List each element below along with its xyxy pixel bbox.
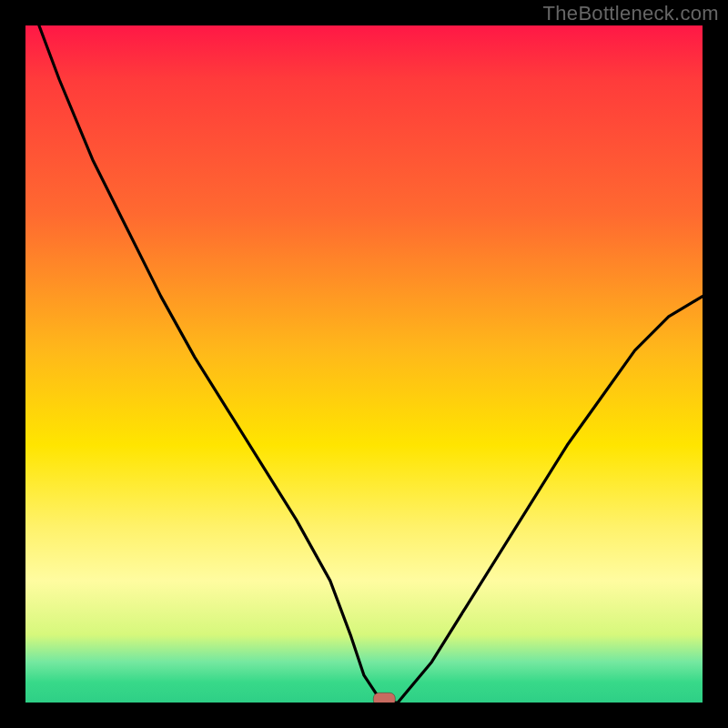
watermark-text: TheBottleneck.com <box>543 2 719 25</box>
plot-svg <box>25 25 703 703</box>
plot-area <box>25 25 703 703</box>
bottleneck-curve <box>39 25 703 703</box>
optimum-marker <box>373 693 395 703</box>
chart-frame: TheBottleneck.com <box>0 0 728 728</box>
